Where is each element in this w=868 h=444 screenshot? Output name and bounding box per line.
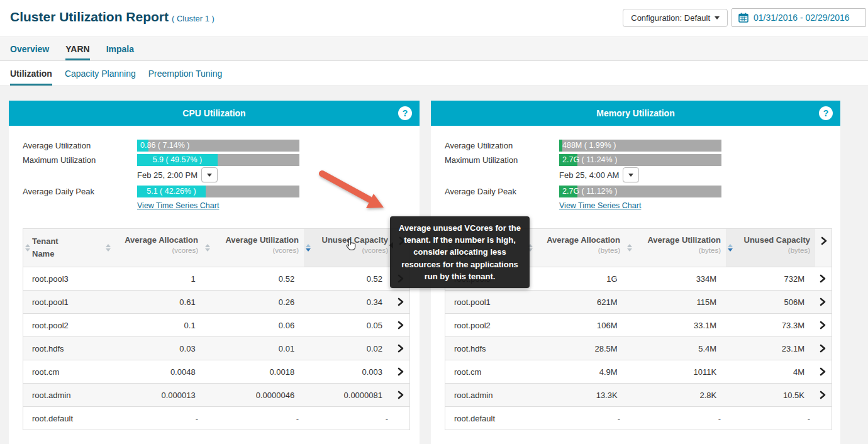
chevron-right-icon xyxy=(818,274,826,283)
cluster-label: ( Cluster 1 ) xyxy=(172,14,214,23)
row-expand-button[interactable] xyxy=(810,274,832,283)
table-row: root.pool310.520.52 xyxy=(23,267,409,290)
cpu-peak-bar: 5.1 ( 42.26% ) xyxy=(137,186,299,197)
subtab-utilization[interactable]: Utilization xyxy=(10,61,52,86)
row-expand-button[interactable] xyxy=(810,344,832,353)
memory-max-bar: 2.7G ( 11.24% ) xyxy=(559,154,721,166)
table-row: root.default--- xyxy=(445,406,832,430)
subtab-capacity-planning[interactable]: Capacity Planning xyxy=(65,61,136,86)
tab-impala[interactable]: Impala xyxy=(106,37,134,60)
table-row: root.pool2106M33.1M73.3M xyxy=(445,313,832,336)
memory-col-average-utilization[interactable]: Average Utilization (bytes) xyxy=(625,229,726,267)
chevron-right-icon xyxy=(818,367,826,376)
red-arrow-annotation-icon xyxy=(313,167,395,220)
page-title-text: Cluster Utilization Report xyxy=(10,9,169,24)
cpu-max-time-dropdown[interactable] xyxy=(201,167,218,182)
cpu-col-average-utilization[interactable]: Average Utilization (vcores) xyxy=(203,229,304,267)
caret-down-icon xyxy=(207,174,212,177)
cpu-peak-value: 5.1 ( 42.26% ) xyxy=(137,186,206,197)
cpu-panel-title: CPU Utilization xyxy=(9,101,420,126)
caret-down-icon xyxy=(715,16,720,19)
cpu-col-tenant-name[interactable]: Tenant Name xyxy=(23,229,104,267)
cpu-view-time-series-link[interactable]: View Time Series Chart xyxy=(137,201,219,210)
table-row: root.pool20.10.060.05 xyxy=(23,313,409,336)
memory-view-time-series-link[interactable]: View Time Series Chart xyxy=(559,201,641,210)
memory-header-expand[interactable] xyxy=(815,229,832,267)
tab-overview[interactable]: Overview xyxy=(10,37,49,60)
row-expand-button[interactable] xyxy=(387,367,409,376)
cpu-help-icon[interactable]: ? xyxy=(398,106,412,120)
chevron-right-icon xyxy=(396,344,404,353)
primary-tabs: Overview YARN Impala xyxy=(0,36,868,61)
memory-max-value: 2.7G ( 11.24% ) xyxy=(559,154,617,166)
sort-arrows-icon-active[interactable] xyxy=(728,244,733,252)
chevron-right-icon xyxy=(396,391,404,399)
row-expand-button[interactable] xyxy=(387,391,409,399)
table-row: root.hdfs0.030.010.02 xyxy=(23,336,409,360)
memory-avg-bar: 488M ( 1.99% ) xyxy=(559,140,721,152)
secondary-tabs: Utilization Capacity Planning Preemption… xyxy=(0,61,868,86)
page-title: Cluster Utilization Report( Cluster 1 ) xyxy=(10,9,214,25)
row-expand-button[interactable] xyxy=(810,367,832,376)
chevron-right-icon xyxy=(818,391,826,399)
configuration-dropdown-label: Configuration: Default xyxy=(631,13,710,23)
cpu-col-average-allocation[interactable]: Average Allocation (vcores) xyxy=(104,229,203,267)
content-area: CPU Utilization ? Average Utilization 0.… xyxy=(0,86,868,444)
date-range-picker[interactable]: 01/31/2016 - 02/29/2016 xyxy=(732,8,866,27)
chevron-right-icon xyxy=(396,321,404,330)
row-expand-button[interactable] xyxy=(810,297,832,306)
memory-avg-value: 488M ( 1.99% ) xyxy=(559,140,616,152)
memory-peak-bar: 2.7G ( 11.12% ) xyxy=(559,186,721,197)
date-range-label: 01/31/2016 - 02/29/2016 xyxy=(754,13,850,23)
sort-arrows-icon[interactable] xyxy=(25,244,30,252)
cpu-max-label: Maximum Utilization xyxy=(23,154,96,166)
chevron-right-icon xyxy=(818,321,826,330)
chevron-right-icon xyxy=(396,367,404,376)
calendar-icon xyxy=(738,13,748,23)
memory-max-time-label: Feb 25, 4:00 AM xyxy=(559,170,619,180)
memory-avg-label: Average Utilization xyxy=(445,140,513,152)
memory-max-label: Maximum Utilization xyxy=(445,154,518,166)
sort-arrows-icon-active[interactable] xyxy=(306,244,311,252)
memory-max-time-dropdown[interactable] xyxy=(623,167,639,182)
memory-col-average-allocation[interactable]: Average Allocation (bytes) xyxy=(526,229,625,267)
table-row: root.admin13.3K2.8K10.5K xyxy=(445,383,832,406)
subtab-preemption-tuning[interactable]: Preemption Tuning xyxy=(148,61,223,86)
cpu-max-time-label: Feb 25, 2:00 PM xyxy=(137,170,198,180)
row-expand-button[interactable] xyxy=(810,321,832,330)
tab-yarn[interactable]: YARN xyxy=(65,37,89,60)
cpu-max-bar: 5.9 ( 49.57% ) xyxy=(137,154,299,166)
table-row: root.default--- xyxy=(23,406,409,430)
memory-peak-label: Average Daily Peak xyxy=(445,186,516,197)
table-row: root.cm4.9M1011K4M xyxy=(445,360,832,383)
table-row: root.hdfs28.5M5.4M23.1M xyxy=(445,336,832,360)
row-expand-button[interactable] xyxy=(387,321,409,330)
hand-cursor-icon xyxy=(343,237,358,253)
table-row: root.cm0.00480.00180.003 xyxy=(23,360,409,383)
chevron-right-icon xyxy=(818,297,826,306)
sort-arrows-icon[interactable] xyxy=(627,244,632,252)
unused-capacity-tooltip: Average unused VCores for the tenant. If… xyxy=(390,216,530,288)
cpu-utilization-panel: CPU Utilization ? Average Utilization 0.… xyxy=(9,101,420,444)
cpu-avg-value: 0.86 ( 7.14% ) xyxy=(137,140,190,152)
cpu-tenant-table: Tenant Name Average Allocation (vcores) … xyxy=(23,228,410,430)
configuration-dropdown[interactable]: Configuration: Default xyxy=(623,9,728,27)
table-row: root.pool1621M115M506M xyxy=(445,290,832,313)
row-expand-button[interactable] xyxy=(387,297,409,306)
memory-col-unused-capacity[interactable]: Unused Capacity (bytes) xyxy=(726,229,815,267)
cpu-avg-label: Average Utilization xyxy=(23,140,91,152)
row-expand-button[interactable] xyxy=(810,391,832,399)
cpu-panel-header: CPU Utilization ? xyxy=(9,101,420,126)
memory-help-icon[interactable]: ? xyxy=(819,106,833,120)
top-header: Cluster Utilization Report( Cluster 1 ) … xyxy=(0,0,868,36)
memory-panel-title: Memory Utilization xyxy=(431,101,840,126)
cpu-avg-bar: 0.86 ( 7.14% ) xyxy=(137,140,299,152)
chevron-right-icon xyxy=(818,344,826,353)
sort-arrows-icon[interactable] xyxy=(205,244,210,252)
table-row: root.admin0.0000130.00000460.0000081 xyxy=(23,383,409,406)
sort-arrows-icon[interactable] xyxy=(106,244,111,252)
chevron-right-icon xyxy=(396,297,404,306)
cpu-table-body: root.pool310.520.52 root.pool10.610.260.… xyxy=(23,267,409,430)
cpu-max-value: 5.9 ( 49.57% ) xyxy=(137,154,218,166)
row-expand-button[interactable] xyxy=(387,344,409,353)
